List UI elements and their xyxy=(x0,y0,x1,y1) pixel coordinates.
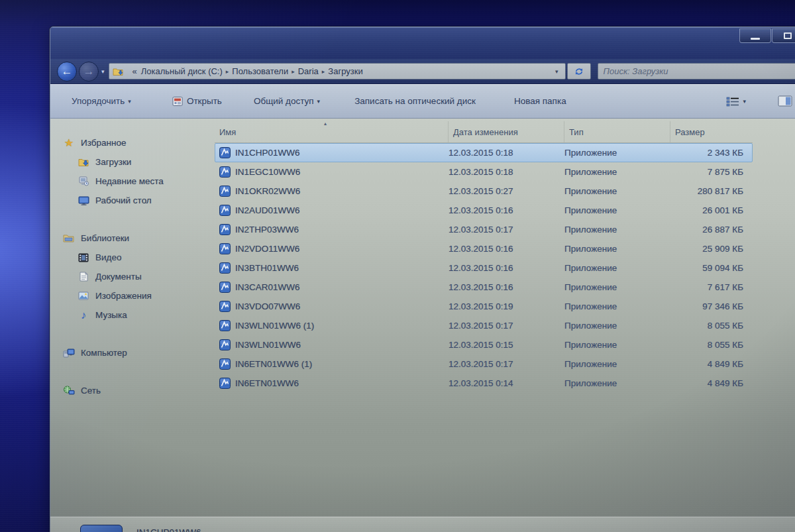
downloads-label: Загрузки xyxy=(95,157,131,167)
table-row[interactable]: IN2AUD01WW6 12.03.2015 0:16 Приложение 2… xyxy=(215,201,753,220)
table-row[interactable]: IN2THP03WW6 12.03.2015 0:17 Приложение 2… xyxy=(215,220,753,239)
file-date: 12.03.2015 0:16 xyxy=(449,205,564,215)
file-type: Приложение xyxy=(564,301,670,311)
sidebar-item-network[interactable]: Сеть xyxy=(50,381,206,400)
column-header-size[interactable]: Размер xyxy=(670,121,753,142)
sidebar-item-recent-places[interactable]: Недавние места xyxy=(50,172,206,191)
file-name-cell: IN3WLN01WW6 xyxy=(219,339,449,350)
breadcrumb-users[interactable]: Пользователи xyxy=(230,66,290,76)
file-type: Приложение xyxy=(564,225,670,235)
sidebar-item-computer[interactable]: Компьютер xyxy=(50,343,206,362)
breadcrumb-drive[interactable]: Локальный диск (C:) xyxy=(139,66,225,76)
table-row[interactable]: IN3WLN01WW6 (1) 12.03.2015 0:17 Приложен… xyxy=(215,316,753,335)
file-name-cell: IN3BTH01WW6 xyxy=(219,262,449,274)
back-icon: ← xyxy=(62,65,73,78)
file-size: 4 849 КБ xyxy=(670,378,743,388)
table-row[interactable]: IN3VDO07WW6 12.03.2015 0:19 Приложение 9… xyxy=(215,297,753,316)
organize-button[interactable]: Упорядочить ▾ xyxy=(72,96,131,106)
sidebar-item-pictures[interactable]: Изображения xyxy=(50,286,206,305)
file-name: IN6ETN01WW6 (1) xyxy=(235,359,312,369)
file-name-cell: IN3CAR01WW6 xyxy=(219,282,449,293)
address-bar[interactable]: « Локальный диск (C:) ▸ Пользователи ▸ D… xyxy=(109,63,566,80)
file-date: 12.03.2015 0:17 xyxy=(449,359,564,369)
file-name: IN3CAR01WW6 xyxy=(235,282,300,292)
table-row[interactable]: IN3CAR01WW6 12.03.2015 0:16 Приложение 7… xyxy=(215,278,753,297)
search-box xyxy=(598,63,795,80)
pictures-icon xyxy=(77,292,90,300)
sidebar-item-downloads[interactable]: Загрузки xyxy=(50,152,206,172)
sidebar-item-desktop[interactable]: Рабочий стол xyxy=(50,191,206,210)
new-folder-button[interactable]: Новая папка xyxy=(514,96,566,106)
network-label: Сеть xyxy=(81,386,101,396)
file-date: 12.03.2015 0:17 xyxy=(449,225,564,235)
minimize-button[interactable] xyxy=(739,28,771,43)
file-name-cell: IN2VDO11WW6 xyxy=(219,243,449,254)
table-row[interactable]: IN1EGC10WW6 12.03.2015 0:18 Приложение 7… xyxy=(215,162,753,182)
change-view-button[interactable]: ▾ xyxy=(726,96,746,107)
navigation-bar: ← → ▾ « Локальный диск (C:) ▸ Пользовате… xyxy=(50,59,795,84)
sidebar-item-favorites[interactable]: ★ Избранное xyxy=(50,133,206,152)
table-row[interactable]: IN2VDO11WW6 12.03.2015 0:16 Приложение 2… xyxy=(215,239,753,258)
table-row[interactable]: IN1CHP01WW6 12.03.2015 0:18 Приложение 2… xyxy=(215,143,753,162)
documents-icon xyxy=(77,272,90,282)
burn-button[interactable]: Записать на оптический диск xyxy=(354,96,476,106)
breadcrumb-separator-icon: ▸ xyxy=(290,68,296,75)
address-dropdown-icon[interactable]: ▾ xyxy=(551,68,562,75)
sidebar-item-documents[interactable]: Документы xyxy=(50,267,206,286)
column-header-type[interactable]: Тип xyxy=(564,121,670,142)
file-size: 4 849 КБ xyxy=(670,359,743,369)
history-dropdown-icon[interactable]: ▾ xyxy=(101,68,105,75)
table-row[interactable]: IN3BTH01WW6 12.03.2015 0:16 Приложение 5… xyxy=(215,258,753,278)
forward-button[interactable]: → xyxy=(79,62,99,81)
desktop-label: Рабочий стол xyxy=(95,195,152,205)
share-button[interactable]: Общий доступ ▾ xyxy=(254,96,320,106)
refresh-button[interactable] xyxy=(567,63,591,80)
file-date: 12.03.2015 0:16 xyxy=(449,263,564,273)
column-header-name[interactable]: Имя ▴ xyxy=(215,121,448,142)
table-row[interactable]: IN3WLN01WW6 12.03.2015 0:15 Приложение 8… xyxy=(215,335,753,354)
sidebar-item-libraries[interactable]: Библиотеки xyxy=(50,229,206,248)
file-type: Приложение xyxy=(564,359,670,369)
open-button[interactable]: Открыть xyxy=(172,96,222,107)
column-header-date[interactable]: Дата изменения xyxy=(448,121,564,142)
table-row[interactable]: IN6ETN01WW6 12.03.2015 0:14 Приложение 4… xyxy=(215,374,753,393)
file-type: Приложение xyxy=(564,378,670,388)
breadcrumb-downloads[interactable]: Загрузки xyxy=(326,66,364,76)
back-button[interactable]: ← xyxy=(57,62,77,81)
recent-places-icon xyxy=(77,176,90,186)
breadcrumb-separator-icon: ▸ xyxy=(321,68,327,75)
file-size: 26 001 КБ xyxy=(670,205,743,215)
type-header-label: Тип xyxy=(569,127,584,137)
computer-label: Компьютер xyxy=(81,348,127,358)
documents-label: Документы xyxy=(95,272,142,282)
sidebar-item-music[interactable]: ♪ Музыка xyxy=(50,305,206,325)
navigation-pane: ★ Избранное Загрузки Недавние места Раб xyxy=(50,119,206,532)
breadcrumb-user-daria[interactable]: Daria xyxy=(296,66,321,76)
name-header-label: Имя xyxy=(219,127,236,137)
file-name: IN1CHP01WW6 xyxy=(235,148,300,158)
sidebar-gap xyxy=(50,325,206,343)
sort-ascending-icon: ▴ xyxy=(324,121,327,127)
new-folder-label: Новая папка xyxy=(514,96,566,106)
application-icon xyxy=(219,243,231,254)
file-name: IN3BTH01WW6 xyxy=(235,263,299,273)
file-name: IN6ETN01WW6 xyxy=(235,378,299,388)
favorites-label: Избранное xyxy=(81,138,126,148)
search-input[interactable] xyxy=(604,66,795,76)
sidebar-gap xyxy=(50,362,206,381)
application-icon xyxy=(219,186,231,197)
sidebar-item-video[interactable]: Видео xyxy=(50,248,206,267)
preview-pane-button[interactable] xyxy=(778,95,792,107)
maximize-button[interactable] xyxy=(772,28,795,43)
titlebar[interactable] xyxy=(50,27,795,59)
open-label: Открыть xyxy=(187,96,222,106)
application-icon xyxy=(219,205,231,216)
file-name-cell: IN6ETN01WW6 (1) xyxy=(219,358,449,370)
table-row[interactable]: IN6ETN01WW6 (1) 12.03.2015 0:17 Приложен… xyxy=(215,354,753,374)
file-size: 8 055 КБ xyxy=(670,321,743,331)
breadcrumb-separator-icon: ▸ xyxy=(225,68,231,75)
sidebar-gap xyxy=(50,210,206,229)
application-icon xyxy=(219,320,231,331)
table-row[interactable]: IN1OKR02WW6 12.03.2015 0:27 Приложение 2… xyxy=(215,182,753,201)
file-name: IN2AUD01WW6 xyxy=(235,205,300,215)
